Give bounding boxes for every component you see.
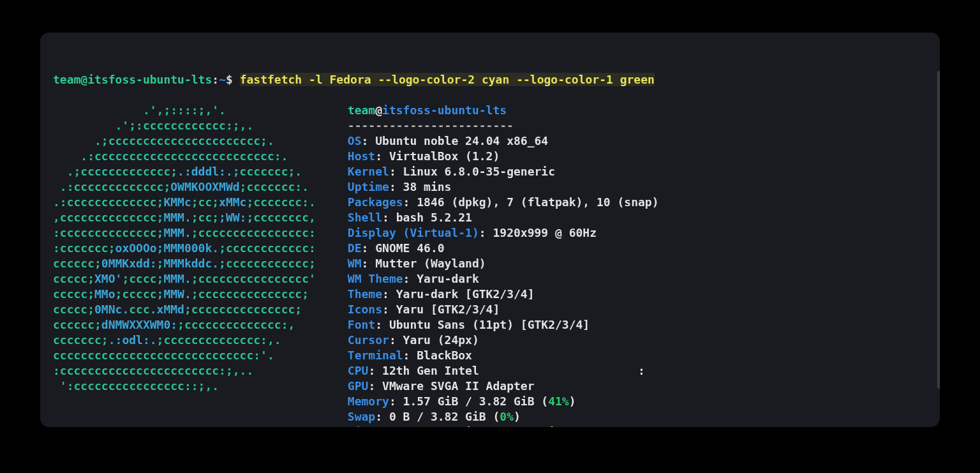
info-key: CPU [348, 364, 369, 377]
info-value: VMware SVGA II Adapter [382, 379, 534, 393]
info-value: Mutter (Wayland) [375, 257, 486, 270]
info-key: Display (Virtual-1) [348, 226, 479, 239]
info-value: Yaru [GTK2/3/4] [396, 303, 500, 316]
info-key: Font [348, 318, 375, 331]
prompt-path: ~ [219, 73, 226, 86]
scrollbar[interactable] [937, 71, 940, 389]
ascii-logo: .',;::::;,'. .';:cccccccccccc:;,. .;cccc… [53, 87, 316, 427]
system-info: team@itsfoss-ubuntu-lts ----------------… [348, 87, 659, 427]
info-value: Yaru (24px) [403, 333, 479, 347]
info-key: Cursor [348, 333, 389, 347]
info-key: WM [348, 257, 362, 270]
info-key: WM Theme [348, 272, 403, 285]
info-value: Yaru-dark [417, 272, 479, 285]
prompt-user: team [53, 73, 80, 86]
info-key: Shell [348, 211, 382, 224]
info-value: GNOME 46.0 [375, 241, 444, 255]
prompt-host: itsfoss-ubuntu-lts [87, 73, 212, 86]
info-value: 1846 (dpkg), 7 (flatpak), 10 (snap) [417, 195, 658, 209]
info-separator: ------------------------ [348, 119, 514, 132]
info-value: 1920x999 @ 60Hz [493, 226, 597, 239]
info-value: Yaru-dark [GTK2/3/4] [396, 287, 535, 301]
info-value: VirtualBox (1.2) [389, 149, 500, 163]
info-key: Packages [348, 195, 403, 209]
prompt-line: team@itsfoss-ubuntu-lts:~$ fastfetch -l … [53, 72, 927, 87]
fastfetch-output: .',;::::;,'. .';:cccccccccccc:;,. .;cccc… [53, 87, 927, 427]
swap-percent: 0% [500, 410, 514, 423]
info-key: GPU [348, 379, 369, 393]
info-key: Theme [348, 287, 382, 301]
memory-percent: 41% [548, 394, 569, 408]
info-value: 12th Gen Intel : [382, 364, 645, 377]
info-value: 38 mins [403, 180, 452, 193]
terminal-window[interactable]: team@itsfoss-ubuntu-lts:~$ fastfetch -l … [40, 33, 940, 427]
info-host: itsfoss-ubuntu-lts [382, 103, 507, 117]
info-key: Disk (/) [348, 425, 403, 427]
info-key: Icons [348, 303, 382, 316]
info-value: Linux 6.8.0-35-generic [403, 165, 555, 178]
info-key: Host [348, 149, 375, 163]
info-value: Ubuntu noble 24.04 x86_64 [375, 134, 548, 147]
info-key: Terminal [348, 349, 403, 362]
info-key: DE [348, 241, 362, 255]
info-key: Swap [348, 410, 375, 423]
command-text: fastfetch -l Fedora --logo-color-2 cyan … [240, 73, 655, 86]
prompt-symbol: $ [226, 73, 233, 86]
info-value: bash 5.2.21 [396, 211, 472, 224]
info-value: Ubuntu Sans (11pt) [GTK2/3/4] [389, 318, 590, 331]
disk-percent: 55% [576, 425, 597, 427]
info-key: OS [348, 134, 362, 147]
info-key: Memory [348, 394, 389, 408]
info-key: Uptime [348, 180, 389, 193]
info-value: BlackBox [417, 349, 472, 362]
info-user: team [348, 103, 375, 117]
info-key: Kernel [348, 165, 389, 178]
